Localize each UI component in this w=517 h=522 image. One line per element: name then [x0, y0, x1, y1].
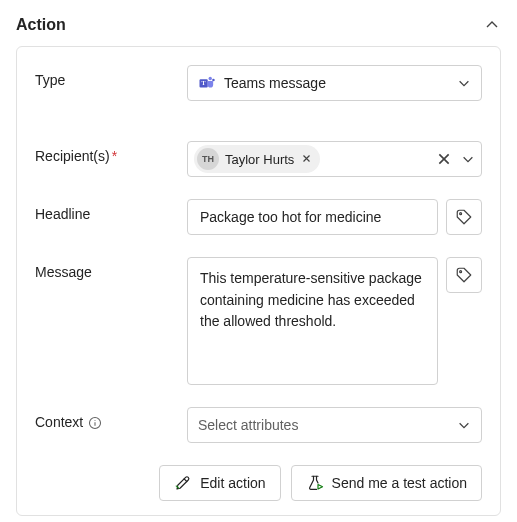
chevron-up-icon [484, 17, 500, 33]
collapse-toggle[interactable] [483, 16, 501, 34]
recipients-label: Recipient(s)* [35, 141, 175, 164]
test-icon [306, 474, 324, 492]
page-title: Action [16, 16, 66, 34]
tag-icon [455, 208, 473, 226]
chip-name: Taylor Hurts [225, 152, 294, 167]
tag-icon [455, 266, 473, 284]
message-tag-button[interactable] [446, 257, 482, 293]
type-value: Teams message [224, 75, 326, 91]
headline-label: Headline [35, 199, 175, 222]
svg-point-2 [209, 77, 212, 80]
context-select[interactable]: Select attributes [187, 407, 482, 443]
teams-icon: T [198, 74, 216, 92]
action-card: Type T Teams message Recipient(s)* TH Ta… [16, 46, 501, 516]
headline-tag-button[interactable] [446, 199, 482, 235]
recipients-input[interactable]: TH Taylor Hurts [187, 141, 482, 177]
message-label: Message [35, 257, 175, 280]
edit-action-button[interactable]: Edit action [159, 465, 280, 501]
svg-point-7 [95, 420, 96, 421]
context-label: Context [35, 407, 175, 430]
test-action-button[interactable]: Send me a test action [291, 465, 482, 501]
svg-text:T: T [202, 80, 206, 86]
svg-point-5 [460, 271, 462, 273]
required-indicator: * [112, 148, 117, 164]
type-select[interactable]: T Teams message [187, 65, 482, 101]
type-label: Type [35, 65, 175, 88]
recipients-dropdown-toggle[interactable] [461, 152, 475, 166]
chevron-down-icon [457, 76, 471, 90]
recipient-chip[interactable]: TH Taylor Hurts [194, 145, 320, 173]
info-icon[interactable] [88, 416, 102, 430]
chevron-down-icon [457, 418, 471, 432]
context-placeholder: Select attributes [198, 417, 298, 433]
remove-chip-icon[interactable] [300, 152, 313, 166]
clear-recipients-icon[interactable] [437, 152, 451, 166]
headline-input[interactable] [187, 199, 438, 235]
avatar: TH [197, 148, 219, 170]
edit-icon [174, 474, 192, 492]
message-input[interactable] [187, 257, 438, 385]
svg-point-4 [460, 213, 462, 215]
svg-point-3 [212, 79, 215, 82]
